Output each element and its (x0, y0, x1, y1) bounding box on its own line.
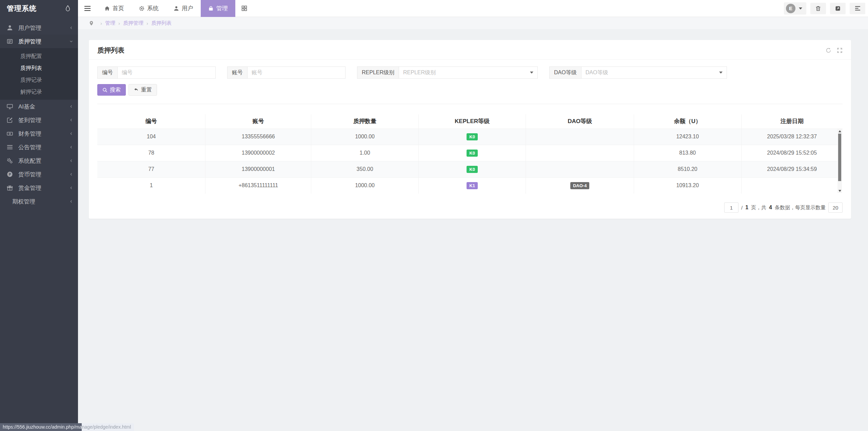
scrollbar-thumb[interactable] (838, 134, 841, 181)
status-url-dark: https://556.jiuzhouw.cc/admin.php/ma (0, 423, 82, 431)
hamburger-menu-icon[interactable] (78, 0, 97, 17)
sidebar: 管理系统 用户管理 质押管理 (0, 0, 78, 431)
page-number-input[interactable] (724, 202, 738, 213)
cell-id: 78 (97, 145, 205, 161)
list-icon (7, 144, 13, 150)
tab-home[interactable]: 首页 (97, 0, 132, 17)
search-button-label: 搜索 (110, 86, 121, 94)
cell-balance: 10913.20 (634, 177, 742, 194)
sidebar-item-pledge[interactable]: 质押管理 (0, 35, 78, 48)
clear-cache-button[interactable] (810, 3, 826, 14)
sidebar-item-label: 财务管理 (18, 130, 69, 138)
cell-account: 13900000002 (205, 145, 311, 161)
cell-amount: 350.00 (311, 161, 419, 177)
sidebar-item-system-config[interactable]: 系统配置 (0, 154, 78, 168)
tab-label: 系统 (147, 4, 159, 12)
cell-dao (526, 145, 634, 161)
tab-label: 管理 (216, 4, 228, 12)
main-area: 首页 系统 用户 管理 E (78, 0, 868, 431)
col-amount: 质押数量 (311, 114, 419, 129)
sidebar-menu: 用户管理 质押管理 质押配置 质押列表 质押记录 解押记录 (0, 17, 78, 208)
apps-grid-icon[interactable] (235, 0, 253, 17)
cell-balance: 12423.10 (634, 129, 742, 145)
gear-icon (139, 6, 144, 11)
fullscreen-expand-icon[interactable] (837, 47, 843, 53)
cell-dao: DAO-4 (526, 177, 634, 194)
sidebar-item-announcements[interactable]: 公告管理 (0, 140, 78, 154)
sidebar-subitem-unpledge-records[interactable]: 解押记录 (0, 86, 78, 98)
svg-text:P: P (9, 173, 11, 176)
tab-system[interactable]: 系统 (132, 0, 166, 17)
pagination-separator: / (741, 205, 743, 211)
card-body: 编号 账号 REPLER级别 REPLER级别 (89, 66, 851, 219)
id-input[interactable] (117, 66, 216, 79)
repler-level-select[interactable]: REPLER级别 (399, 66, 538, 79)
filter-id-group: 编号 (97, 66, 216, 79)
sidebar-header: 管理系统 (0, 0, 78, 17)
money-icon (7, 131, 13, 137)
sidebar-subitem-pledge-records[interactable]: 质押记录 (0, 74, 78, 86)
sidebar-item-label: 用户管理 (18, 24, 69, 32)
col-date: 注册日期 (741, 114, 843, 129)
cell-account: 13900000001 (205, 161, 311, 177)
user-icon (174, 6, 179, 11)
scroll-up-icon[interactable] (837, 129, 842, 133)
filter-actions: 搜索 重置 (97, 84, 843, 96)
sidebar-section-pledge: 质押管理 质押配置 质押列表 质押记录 解押记录 (0, 35, 78, 100)
edit-icon (7, 117, 13, 123)
monitor-icon (7, 103, 13, 110)
sidebar-item-users[interactable]: 用户管理 (0, 21, 78, 35)
sidebar-subitem-pledge-list[interactable]: 质押列表 (0, 62, 78, 74)
bag-icon (208, 6, 214, 11)
page-size-input[interactable] (828, 202, 843, 213)
scroll-down-icon[interactable] (837, 189, 842, 193)
sidebar-item-label: 赏金管理 (18, 184, 69, 192)
filter-form: 编号 账号 REPLER级别 REPLER级别 (97, 66, 843, 79)
cell-kepler: K1 (418, 177, 526, 194)
dao-level-select[interactable]: DAO等级 (581, 66, 727, 79)
chevron-down-icon (69, 39, 73, 43)
sidebar-item-bounty[interactable]: 赏金管理 (0, 181, 78, 195)
select-placeholder: DAO等级 (586, 69, 608, 76)
filter-dao-label: DAO等级 (549, 66, 581, 79)
dao-badge: DAO-4 (570, 182, 589, 189)
user-menu[interactable]: E (784, 2, 806, 15)
table-header-row: 编号 账号 质押数量 KEPLER等级 DAO等级 余额（U） 注册日期 (97, 114, 843, 129)
sidebar-item-finance[interactable]: 财务管理 (0, 127, 78, 140)
select-placeholder: REPLER级别 (403, 69, 436, 76)
breadcrumb-item-pledge-manage[interactable]: 质押管理 (123, 20, 143, 26)
kepler-badge: K0 (467, 166, 478, 173)
user-icon (7, 25, 13, 31)
avatar: E (786, 4, 795, 13)
tab-manage[interactable]: 管理 (201, 0, 235, 17)
sidebar-item-label: 期权管理 (12, 198, 69, 205)
fullscreen-button[interactable] (830, 3, 846, 14)
chevron-left-icon (69, 199, 73, 203)
account-input[interactable] (247, 66, 346, 79)
tab-label: 用户 (182, 4, 193, 12)
reset-button[interactable]: 重置 (129, 84, 157, 96)
navbar-right-tools: E (784, 2, 868, 15)
search-button[interactable]: 搜索 (97, 84, 126, 96)
top-navbar: 首页 系统 用户 管理 E (78, 0, 868, 17)
cell-balance: 8510.20 (634, 161, 742, 177)
refresh-icon[interactable] (826, 47, 831, 53)
more-panel-button[interactable] (850, 3, 865, 14)
breadcrumb-item-pledge-list[interactable]: 质押列表 (151, 20, 172, 26)
status-url-light: nage/pledge/index.html (82, 423, 134, 431)
kepler-badge: K1 (467, 182, 478, 189)
chevron-left-icon (69, 132, 73, 136)
sidebar-item-checkin[interactable]: 签到管理 (0, 113, 78, 127)
sidebar-item-options[interactable]: 期权管理 (0, 195, 78, 208)
sidebar-item-currency[interactable]: P 货币管理 (0, 168, 78, 181)
table-scrollbar[interactable] (837, 129, 842, 193)
kepler-badge: K0 (467, 133, 478, 140)
sidebar-item-ai-fund[interactable]: AI基金 (0, 100, 78, 113)
breadcrumb-item-manage[interactable]: 管理 (105, 20, 115, 26)
reset-button-label: 重置 (141, 86, 152, 94)
sidebar-subitem-pledge-config[interactable]: 质押配置 (0, 50, 78, 62)
chevron-left-icon (69, 118, 73, 122)
tab-user[interactable]: 用户 (166, 0, 201, 17)
app-title: 管理系统 (7, 4, 37, 13)
total-pages: 1 (745, 204, 748, 211)
